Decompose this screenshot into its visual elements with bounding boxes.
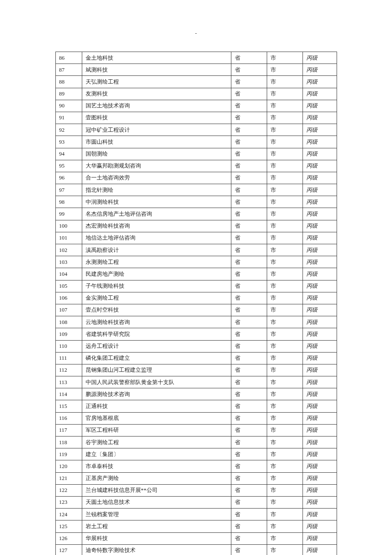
cell-number: 105 [55, 280, 82, 292]
table-row: 126华展科技省市丙级 [55, 532, 337, 544]
table-row: 95大华赢邦勘测规划咨询省市丙级 [55, 160, 337, 172]
cell-city: 市 [267, 172, 303, 184]
cell-city: 市 [267, 88, 303, 100]
cell-number: 126 [55, 532, 82, 544]
cell-province: 省 [231, 472, 267, 484]
table-row: 97指北针测绘省市丙级 [55, 184, 337, 196]
cell-company-name: 子午线测绘科技 [82, 280, 231, 292]
cell-city: 市 [267, 520, 303, 532]
table-row: 124兰锐档案管理省市丙级 [55, 509, 337, 520]
cell-city: 市 [267, 136, 303, 148]
cell-grade: 丙级 [303, 196, 337, 208]
cell-number: 112 [55, 364, 82, 376]
cell-city: 市 [267, 364, 303, 376]
cell-number: 103 [55, 256, 82, 268]
cell-grade: 丙级 [303, 436, 337, 448]
cell-company-name: 国朝测绘 [82, 148, 231, 160]
cell-city: 市 [267, 184, 303, 196]
table-row: 118谷宇测绘工程省市丙级 [55, 436, 337, 448]
cell-province: 省 [231, 484, 267, 496]
cell-company-name: 昆钢集团山河工程建立监理 [82, 364, 231, 376]
cell-city: 市 [267, 448, 303, 460]
cell-city: 市 [267, 460, 303, 472]
cell-province: 省 [231, 76, 267, 88]
cell-company-name: 远舟工程设计 [82, 340, 231, 352]
cell-grade: 丙级 [303, 520, 337, 532]
table-row: 104民建房地产测绘省市丙级 [55, 268, 337, 280]
cell-company-name: 中润测绘科技 [82, 196, 231, 208]
cell-company-name: 迪奇特数字测绘技术 [82, 544, 231, 555]
table-row: 99名杰信房地产土地评估咨询省市丙级 [55, 208, 337, 220]
table-row: 120市卓泰科技省市丙级 [55, 460, 337, 472]
cell-city: 市 [267, 256, 303, 268]
cell-number: 121 [55, 472, 82, 484]
cell-company-name: 斌测科技 [82, 64, 231, 76]
table-row: 101地信达土地评估咨询省市丙级 [55, 232, 337, 244]
cell-city: 市 [267, 436, 303, 448]
cell-province: 省 [231, 172, 267, 184]
cell-company-name: 谷宇测绘工程 [82, 436, 231, 448]
cell-city: 市 [267, 496, 303, 508]
cell-number: 116 [55, 412, 82, 424]
cell-province: 省 [231, 532, 267, 544]
table-row: 122兰台城建科技信息开展**公司省市丙级 [55, 484, 337, 496]
cell-number: 110 [55, 340, 82, 352]
cell-city: 市 [267, 196, 303, 208]
cell-province: 省 [231, 148, 267, 160]
cell-company-name: 金实测绘工程 [82, 292, 231, 304]
cell-grade: 丙级 [303, 376, 337, 388]
cell-province: 省 [231, 88, 267, 100]
cell-province: 省 [231, 328, 267, 340]
cell-number: 115 [55, 400, 82, 412]
cell-grade: 丙级 [303, 136, 337, 148]
cell-company-name: 地信达土地评估咨询 [82, 232, 231, 244]
cell-grade: 丙级 [303, 88, 337, 100]
cell-city: 市 [267, 328, 303, 340]
cell-company-name: 指北针测绘 [82, 184, 231, 196]
cell-company-name: 国艺土地技术咨询 [82, 100, 231, 112]
cell-grade: 丙级 [303, 184, 337, 196]
cell-number: 119 [55, 448, 82, 460]
cell-grade: 丙级 [303, 352, 337, 364]
cell-grade: 丙级 [303, 52, 337, 64]
cell-company-name: 市卓泰科技 [82, 460, 231, 472]
cell-company-name: 官房地基根底 [82, 412, 231, 424]
cell-number: 92 [55, 124, 82, 136]
cell-number: 104 [55, 268, 82, 280]
cell-city: 市 [267, 532, 303, 544]
cell-province: 省 [231, 520, 267, 532]
table-row: 86金土地科技省市丙级 [55, 52, 337, 64]
cell-province: 省 [231, 400, 267, 412]
cell-number: 109 [55, 328, 82, 340]
cell-grade: 丙级 [303, 388, 337, 400]
cell-city: 市 [267, 304, 303, 316]
cell-province: 省 [231, 304, 267, 316]
cell-grade: 丙级 [303, 268, 337, 280]
cell-province: 省 [231, 509, 267, 520]
cell-city: 市 [267, 112, 303, 124]
cell-grade: 丙级 [303, 509, 337, 520]
cell-grade: 丙级 [303, 172, 337, 184]
cell-province: 省 [231, 124, 267, 136]
cell-grade: 丙级 [303, 112, 337, 124]
cell-city: 市 [267, 509, 303, 520]
cell-grade: 丙级 [303, 64, 337, 76]
cell-number: 95 [55, 160, 82, 172]
cell-city: 市 [267, 124, 303, 136]
table-row: 113中国人民武装警察部队黄金第十支队省市丙级 [55, 376, 337, 388]
cell-province: 省 [231, 196, 267, 208]
cell-province: 省 [231, 496, 267, 508]
cell-company-name: 兰台城建科技信息开展**公司 [82, 484, 231, 496]
cell-city: 市 [267, 472, 303, 484]
cell-company-name: 中国人民武装警察部队黄金第十支队 [82, 376, 231, 388]
cell-company-name: 大华赢邦勘测规划咨询 [82, 160, 231, 172]
cell-province: 省 [231, 52, 267, 64]
cell-number: 107 [55, 304, 82, 316]
cell-province: 省 [231, 184, 267, 196]
table-row: 115正通科技省市丙级 [55, 400, 337, 412]
table-row: 96合一土地咨询效劳省市丙级 [55, 172, 337, 184]
cell-city: 市 [267, 292, 303, 304]
cell-city: 市 [267, 544, 303, 555]
cell-company-name: 磷化集团工程建立 [82, 352, 231, 364]
cell-province: 省 [231, 388, 267, 400]
